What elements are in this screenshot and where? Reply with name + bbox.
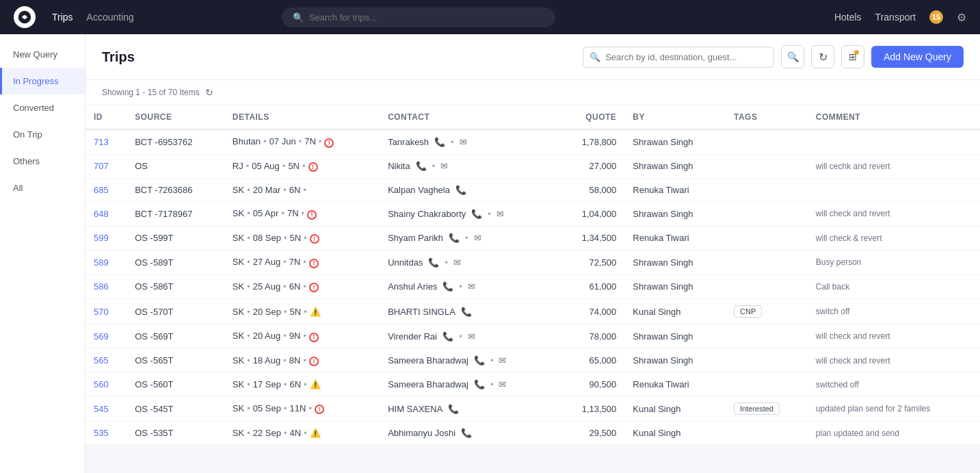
row-tags — [726, 373, 808, 396]
table-refresh-icon[interactable]: ↻ — [205, 87, 213, 98]
row-comment — [808, 179, 980, 202]
row-contact-name: BHARTI SINGLA — [388, 307, 455, 317]
phone-icon[interactable]: 📞 — [434, 137, 445, 147]
row-id-link[interactable]: 648 — [94, 209, 109, 219]
row-contact-name: HIM SAXENA — [388, 404, 442, 414]
search-submit-button[interactable]: 🔍 — [781, 45, 804, 68]
sidebar-item-converted[interactable]: Converted — [0, 94, 85, 121]
row-id-link[interactable]: 589 — [94, 257, 109, 268]
row-quote: 65,000 — [557, 348, 624, 373]
phone-icon[interactable]: 📞 — [474, 379, 485, 389]
phone-icon[interactable]: 📞 — [471, 209, 482, 219]
gear-icon[interactable]: ⚙ — [957, 11, 966, 24]
add-new-query-button[interactable]: Add New Query — [871, 46, 964, 68]
row-comment: switch off — [808, 299, 980, 324]
refresh-button[interactable]: ↻ — [811, 45, 834, 68]
phone-icon[interactable]: 📞 — [442, 281, 453, 292]
nav-accounting[interactable]: Accounting — [87, 9, 134, 25]
row-id-link[interactable]: 570 — [94, 307, 109, 317]
row-id-link[interactable]: 545 — [94, 404, 109, 414]
alert-red-icon: ! — [310, 234, 319, 244]
row-date: 17 Sep — [253, 379, 281, 389]
row-source: OS -545T — [127, 396, 224, 422]
row-quote: 90,500 — [557, 373, 624, 396]
notification-badge[interactable]: 15 — [929, 10, 943, 24]
sidebar-item-new-query[interactable]: New Query — [0, 41, 85, 68]
row-tags — [726, 274, 808, 299]
sidebar-item-in-progress[interactable]: In Progress — [0, 68, 85, 94]
email-icon[interactable]: ✉ — [440, 161, 448, 171]
row-comment: updated plan send for 2 familes — [808, 396, 980, 422]
trips-search-input[interactable] — [583, 47, 774, 68]
phone-icon[interactable]: 📞 — [448, 404, 459, 414]
phone-icon[interactable]: 📞 — [428, 257, 439, 268]
row-tags — [726, 226, 808, 251]
row-id-link[interactable]: 560 — [94, 379, 109, 389]
phone-icon[interactable]: 📞 — [442, 331, 453, 342]
filter-button[interactable]: ⊞ — [841, 45, 864, 68]
content-header: Trips 🔍 🔍 ↻ ⊞ Add New Query — [85, 34, 980, 80]
row-id-link[interactable]: 569 — [94, 331, 109, 342]
row-source: OS — [127, 154, 224, 179]
email-icon[interactable]: ✉ — [468, 281, 475, 292]
phone-icon[interactable]: 📞 — [461, 428, 472, 438]
row-quote: 58,000 — [557, 179, 624, 202]
row-by: Shrawan Singh — [624, 251, 726, 275]
nav-hotels[interactable]: Hotels — [834, 12, 862, 23]
row-tags — [726, 202, 808, 227]
nav-transport[interactable]: Transport — [875, 12, 916, 23]
row-details: SK•20 Mar•6N• — [224, 179, 380, 202]
phone-icon[interactable]: 📞 — [416, 161, 427, 171]
row-id-link[interactable]: 535 — [94, 428, 109, 438]
row-id-link[interactable]: 599 — [94, 233, 109, 243]
row-by: Renuka Tiwari — [624, 179, 726, 202]
row-date: 08 Sep — [253, 233, 281, 243]
row-source: OS -560T — [127, 373, 224, 396]
sidebar-item-on-trip[interactable]: On Trip — [0, 121, 85, 148]
row-details: SK•20 Aug•9N•! — [224, 324, 380, 349]
row-destination: RJ — [233, 161, 243, 171]
row-comment — [808, 129, 980, 154]
col-quote: Quote — [557, 105, 624, 129]
alert-red-icon: ! — [324, 138, 334, 148]
phone-icon[interactable]: 📞 — [474, 355, 485, 366]
email-icon[interactable]: ✉ — [460, 137, 467, 147]
phone-icon[interactable]: 📞 — [449, 233, 460, 243]
global-search-input[interactable] — [309, 12, 544, 23]
row-by: Shrawan Singh — [624, 348, 726, 373]
row-contact: Virender Rai📞•✉ — [380, 324, 557, 349]
col-source: Source — [127, 105, 224, 129]
row-comment: switched off — [808, 373, 980, 396]
row-source: OS -535T — [127, 422, 224, 445]
row-quote: 1,34,500 — [557, 226, 624, 251]
row-id-link[interactable]: 685 — [94, 185, 109, 195]
row-contact-name: Unnitdas — [388, 257, 423, 268]
sidebar-item-all[interactable]: All — [0, 175, 85, 201]
sidebar-item-others[interactable]: Others — [0, 148, 85, 175]
search-icon: 🔍 — [293, 12, 304, 23]
nav-trips[interactable]: Trips — [52, 9, 73, 25]
row-by: Kunal Singh — [624, 299, 726, 324]
row-id-link[interactable]: 713 — [94, 137, 109, 147]
row-contact: Shainy Chakraborty📞•✉ — [380, 202, 557, 227]
table-row: 565OS -565TSK•18 Aug•8N•!Sameera Bharadw… — [85, 348, 980, 373]
email-icon[interactable]: ✉ — [474, 233, 481, 243]
email-icon[interactable]: ✉ — [499, 355, 506, 366]
row-nights: 11N — [290, 403, 306, 413]
row-id-link[interactable]: 565 — [94, 355, 109, 366]
email-icon[interactable]: ✉ — [468, 331, 475, 342]
row-contact: Sameera Bharadwaj📞•✉ — [380, 373, 557, 396]
row-destination: SK — [233, 379, 244, 389]
row-quote: 72,500 — [557, 251, 624, 275]
row-contact-name: Tanrakesh — [388, 137, 429, 147]
email-icon[interactable]: ✉ — [453, 257, 461, 268]
row-id-link[interactable]: 586 — [94, 281, 109, 292]
row-by: Shrawan Singh — [624, 154, 726, 179]
row-id-link[interactable]: 707 — [94, 161, 109, 171]
phone-icon[interactable]: 📞 — [455, 185, 466, 195]
email-icon[interactable]: ✉ — [496, 209, 504, 219]
email-icon[interactable]: ✉ — [499, 379, 506, 389]
row-contact-name: Virender Rai — [388, 331, 437, 342]
phone-icon[interactable]: 📞 — [461, 307, 472, 317]
table-meta: Showing 1 - 15 of 70 Items ↻ — [85, 80, 980, 105]
